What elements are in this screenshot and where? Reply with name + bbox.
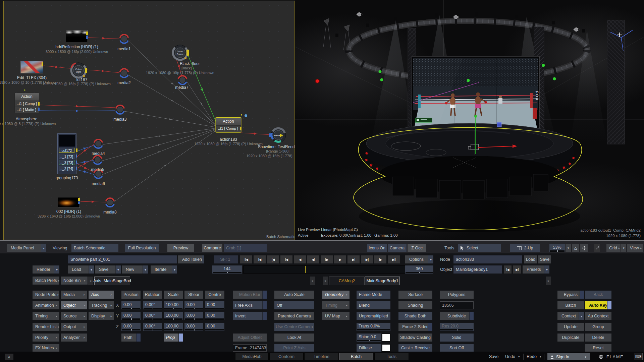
scale-y-field[interactable]: 100.00 (164, 312, 183, 320)
pos-z-field[interactable]: 0.00 (121, 323, 141, 331)
shadow-casting-button[interactable]: Shadow Casting (398, 334, 432, 342)
render-list-menu[interactable]: Render List (33, 323, 59, 331)
invert-toggle[interactable]: Invert (233, 312, 267, 320)
rot-y-field[interactable]: 0.00° (143, 312, 162, 320)
tab-mediahub[interactable]: MediaHub (235, 353, 269, 360)
node-render[interactable]: Render (269, 128, 286, 142)
tab-batch[interactable]: Batch (339, 353, 373, 360)
next-frame-button[interactable]: ▶I (347, 255, 360, 263)
rot-x-field[interactable]: 0.00° (143, 301, 162, 309)
tab-scroll-right-2[interactable]: > (546, 277, 551, 285)
save-button[interactable]: Save (95, 265, 121, 274)
solid-field[interactable]: Solid (440, 334, 474, 342)
output-menu[interactable]: Output (61, 323, 87, 331)
rot-z-field[interactable]: 0.00° (143, 323, 162, 331)
geo-timing-menu[interactable]: Timing (322, 301, 350, 309)
auto-scale-button[interactable]: Auto Scale (274, 291, 314, 299)
z-occ-button[interactable]: Z Occ (408, 244, 426, 252)
shear-y-field[interactable]: 0.00 (184, 312, 203, 320)
pan-tool-button[interactable] (580, 244, 588, 252)
shine-colour-swatch[interactable] (382, 334, 390, 342)
preview-button[interactable]: Preview (167, 244, 194, 252)
prev-cut-button[interactable]: [◀ (267, 255, 279, 263)
point-z-axis-button[interactable]: Point Z Axis (274, 344, 314, 352)
adjust-offset-button[interactable]: Adjust Offset (233, 334, 267, 342)
force-2-sided-toggle[interactable]: Force 2-Sided (398, 323, 432, 331)
node-atmosphere[interactable]: Action ..t1 [ Comp ] ..t1 [ Matte ] (14, 93, 39, 113)
centre-y-field[interactable]: 0.00 (205, 312, 224, 320)
node-black-floor[interactable]: Colour Source (172, 45, 189, 60)
diffuse-button[interactable]: Diffuse (357, 344, 381, 352)
redo-menu[interactable]: Redo (527, 353, 537, 360)
timeline-playhead[interactable] (305, 266, 306, 273)
diffuse-colour-swatch[interactable] (382, 344, 390, 352)
render-button[interactable]: Render (33, 265, 59, 274)
res-slider[interactable]: Res 20.0 (440, 323, 474, 331)
blend-field[interactable]: Blend (357, 301, 390, 309)
scale-x-field[interactable]: 100.00 (164, 301, 183, 309)
path-toggle[interactable]: Path (121, 334, 141, 342)
shear-z-field[interactable]: 0.00 (184, 323, 203, 331)
play-button[interactable]: ▶ (334, 255, 346, 263)
sf-field[interactable]: SF: 1 (214, 255, 238, 263)
use-centre-camera-button[interactable]: Use Centre Camera (274, 323, 314, 331)
play-reverse-button[interactable]: ◀ (294, 255, 306, 263)
grid-dropdown-button[interactable]: ▾ (621, 244, 626, 252)
tab-tools[interactable]: Tools (374, 353, 409, 360)
au-context-button[interactable]: Au Context (585, 312, 611, 320)
next-object-button[interactable]: ▶I (513, 265, 521, 274)
look-at-button[interactable]: Look At (274, 334, 314, 342)
shade-both-field[interactable]: Shade Both (398, 312, 432, 320)
source-menu[interactable]: Source (61, 312, 87, 320)
clip-name-field[interactable]: Showtime part 2_001 (68, 255, 177, 263)
tab-timeline[interactable]: Timeline (304, 353, 339, 360)
back-button[interactable]: Back (585, 291, 611, 299)
tab-conform[interactable]: Conform (269, 353, 304, 360)
media-panel-button[interactable]: Media Panel (7, 244, 46, 252)
polygons-button[interactable]: Polygons (440, 291, 474, 299)
step-forward-button[interactable]: ‖▶ (321, 255, 333, 263)
tab-axis-mainstagebod[interactable]: Axis_MainStageBod (94, 277, 130, 285)
update-button[interactable]: Update (557, 323, 584, 331)
frame-field[interactable]: Frame -2147483 (233, 344, 267, 352)
save-menu[interactable]: Save (489, 353, 499, 360)
options-button[interactable]: Options (405, 255, 433, 263)
grid-button[interactable]: Grid (606, 244, 621, 252)
node-load-button[interactable]: Load (524, 255, 537, 263)
current-frame-field[interactable]: 144 (212, 265, 242, 274)
group-button[interactable]: Group (585, 323, 611, 331)
analyzer-menu[interactable]: Analyzer (61, 334, 87, 342)
object-name-field[interactable]: MainStageBody1 (453, 265, 502, 274)
end-frame-field[interactable]: 360 (405, 265, 433, 274)
centre-x-field[interactable]: 0.00 (205, 301, 224, 309)
home-view-button[interactable]: ⌂ (572, 244, 579, 252)
shear-x-field[interactable]: 0.00 (184, 301, 203, 309)
display-menu[interactable]: Display (89, 312, 114, 320)
step-back-button[interactable]: ◀‖ (307, 255, 319, 263)
prop-toggle[interactable]: Prop (164, 334, 183, 342)
cast-receive-field[interactable]: Cast + Receive (398, 344, 432, 352)
polygon-count-field[interactable]: 18506 (440, 301, 474, 309)
viewing-mode-field[interactable]: Batch Schematic (71, 244, 118, 252)
scale-z-field[interactable]: 100.00 (164, 323, 183, 331)
full-resolution-button[interactable]: Full Resolution (125, 244, 159, 252)
media-nodes[interactable] (94, 35, 187, 207)
node-hdri-reflection[interactable] (66, 30, 88, 42)
prev-object-button[interactable]: I◀ (504, 265, 512, 274)
keyboard-shortcuts-button[interactable]: ⌨ (634, 353, 643, 360)
undo-dropdown[interactable]: ▾ (518, 353, 520, 360)
node-save-button[interactable]: Save (538, 255, 551, 263)
redo-dropdown[interactable]: ▾ (540, 353, 541, 360)
duplicate-button[interactable]: Duplicate (557, 334, 584, 342)
tab-camrig2[interactable]: CAMrig2 (329, 277, 365, 285)
parented-camera-button[interactable]: Parented Camera (274, 312, 314, 320)
tab-scroll-left[interactable]: < (88, 277, 93, 285)
auto-key-toggle[interactable]: Auto Key (585, 301, 611, 309)
prev-frame-button[interactable]: I◀ (280, 255, 292, 263)
axis-menu[interactable]: Axis (89, 291, 114, 299)
tab-scroll-left-2[interactable]: < (323, 277, 328, 285)
batch-button[interactable]: Batch (557, 301, 584, 309)
shine-slider[interactable]: Shine 0.0 (357, 334, 381, 342)
presets-button[interactable]: Presets (523, 265, 549, 274)
pos-y-field[interactable]: 0.00 (121, 312, 141, 320)
